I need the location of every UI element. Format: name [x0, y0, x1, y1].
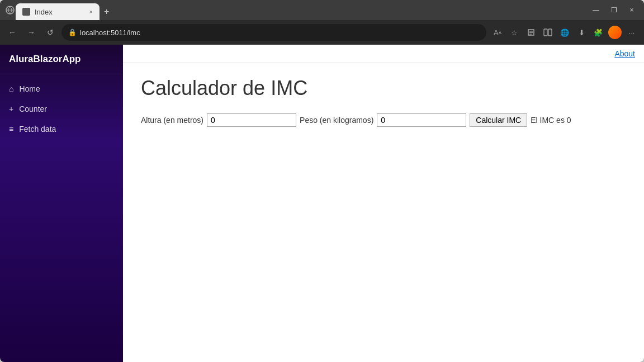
new-tab-button[interactable]: +	[100, 3, 113, 20]
minimize-button[interactable]: —	[588, 2, 604, 18]
collections-icon[interactable]	[523, 25, 539, 40]
lock-icon: 🔒	[68, 28, 77, 36]
sidebar-item-fetch-label: Fetch data	[19, 125, 56, 134]
counter-icon: +	[9, 104, 13, 113]
favorites-icon[interactable]: ☆	[506, 25, 522, 40]
profile-avatar	[608, 26, 622, 39]
download-icon[interactable]: ⬇	[574, 25, 589, 40]
toolbar-icons: A A ☆ 🌐 ⬇ 🧩 ···	[490, 25, 640, 40]
tab-bar: Index × +	[16, 0, 584, 20]
main-body: Calculador de IMC Altura (en metros) Pes…	[123, 63, 644, 140]
calc-imc-button[interactable]: Calcular IMC	[470, 113, 527, 127]
main-header: About	[123, 45, 644, 63]
refresh-button[interactable]: ↺	[42, 25, 58, 40]
active-tab[interactable]: Index ×	[16, 3, 100, 20]
height-input[interactable]	[207, 113, 296, 127]
sidebar-item-counter[interactable]: + Counter	[0, 99, 123, 119]
fetch-icon: ≡	[9, 125, 13, 134]
sidebar-item-home-label: Home	[19, 84, 40, 93]
main-content: About Calculador de IMC Altura (en metro…	[123, 45, 644, 362]
sidebar-brand: AluraBlazorApp	[0, 45, 123, 74]
svg-rect-1	[544, 29, 547, 36]
sidebar-item-counter-label: Counter	[19, 104, 47, 113]
weight-label: Peso (en kilogramos)	[300, 116, 373, 125]
about-link[interactable]: About	[614, 49, 635, 58]
page-title: Calculador de IMC	[141, 77, 626, 100]
tab-favicon	[22, 8, 30, 16]
svg-rect-2	[548, 29, 552, 36]
more-menu-icon[interactable]: ···	[624, 25, 640, 40]
browser-app-icon	[4, 4, 16, 16]
split-view-icon[interactable]	[540, 25, 556, 40]
result-text: El IMC es 0	[531, 116, 571, 125]
sidebar-item-home[interactable]: ⌂ Home	[0, 79, 123, 99]
tab-close-btn[interactable]: ×	[89, 8, 93, 15]
close-button[interactable]: ×	[624, 2, 640, 18]
title-bar: Index × + — ❐ ×	[0, 0, 644, 20]
back-button[interactable]: ←	[4, 25, 20, 40]
browser-extras-icon[interactable]: 🌐	[557, 25, 572, 40]
read-aloud-icon[interactable]: A A	[490, 25, 505, 40]
weight-input[interactable]	[377, 113, 466, 127]
browser-window: Index × + — ❐ × ← → ↺ 🔒 localhost:5011/i…	[0, 0, 644, 362]
home-icon: ⌂	[9, 84, 13, 93]
address-text: localhost:5011/imc	[80, 28, 480, 37]
restore-button[interactable]: ❐	[606, 2, 622, 18]
window-controls: — ❐ ×	[588, 2, 640, 18]
profile-icon[interactable]	[607, 25, 623, 40]
height-label: Altura (en metros)	[141, 116, 203, 125]
imc-form: Altura (en metros) Peso (en kilogramos) …	[141, 113, 626, 127]
sidebar: AluraBlazorApp ⌂ Home + Counter ≡ Fetch …	[0, 45, 123, 362]
sidebar-nav: ⌂ Home + Counter ≡ Fetch data	[0, 74, 123, 144]
forward-button[interactable]: →	[23, 25, 39, 40]
sidebar-item-fetch[interactable]: ≡ Fetch data	[0, 119, 123, 139]
address-bar: ← → ↺ 🔒 localhost:5011/imc A A ☆	[0, 20, 644, 45]
tab-title: Index	[35, 8, 53, 16]
extensions-icon[interactable]: 🧩	[590, 25, 606, 40]
page-content: AluraBlazorApp ⌂ Home + Counter ≡ Fetch …	[0, 45, 644, 362]
address-input-wrap[interactable]: 🔒 localhost:5011/imc	[61, 24, 486, 41]
